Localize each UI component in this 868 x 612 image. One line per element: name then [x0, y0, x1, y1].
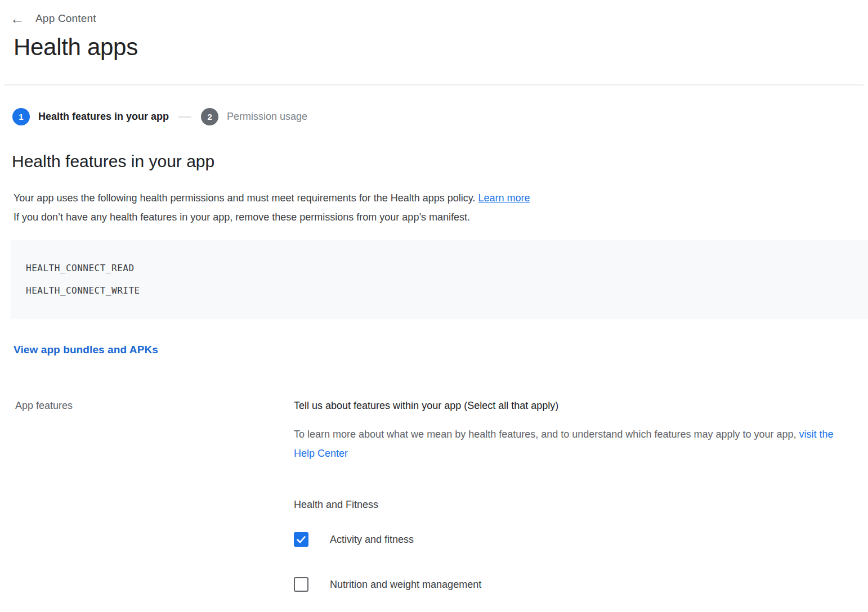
- step-2-circle: 2: [201, 108, 218, 125]
- back-arrow-icon[interactable]: ←: [10, 13, 25, 24]
- intro-line-2: If you don’t have any health features in…: [14, 212, 470, 223]
- stepper-step-permission-usage[interactable]: 2 Permission usage: [201, 108, 307, 125]
- checkbox-label: Activity and fitness: [330, 534, 414, 546]
- section-heading: Health features in your app: [12, 151, 868, 172]
- permission-item: HEALTH_CONNECT_WRITE: [26, 280, 868, 302]
- app-features-row: App features Tell us about features with…: [15, 399, 868, 592]
- header-divider: [4, 84, 863, 86]
- stepper-step-health-features[interactable]: 1 Health features in your app: [12, 108, 169, 125]
- intro-line-1: Your app uses the following health permi…: [14, 192, 475, 204]
- stepper: 1 Health features in your app 2 Permissi…: [12, 108, 868, 125]
- step-2-label: Permission usage: [227, 111, 307, 123]
- view-app-bundles-link[interactable]: View app bundles and APKs: [14, 344, 158, 356]
- checkmark-icon: [297, 536, 306, 543]
- help-text-body: To learn more about what we mean by heal…: [294, 429, 799, 440]
- features-question: Tell us about features within your app (…: [294, 399, 851, 412]
- checkbox-row-nutrition-and-weight-management[interactable]: Nutrition and weight management: [294, 577, 851, 592]
- breadcrumb-label[interactable]: App Content: [35, 12, 96, 25]
- checkbox-row-activity-and-fitness[interactable]: Activity and fitness: [294, 532, 851, 547]
- app-features-content: Tell us about features within your app (…: [294, 399, 851, 592]
- activity-and-fitness-checkbox[interactable]: [294, 532, 308, 547]
- features-help-text: To learn more about what we mean by heal…: [294, 425, 851, 463]
- page-title: Health apps: [14, 34, 868, 61]
- page: ← App Content Health apps 1 Health featu…: [0, 0, 868, 592]
- health-and-fitness-group-label: Health and Fitness: [294, 499, 851, 511]
- learn-more-link[interactable]: Learn more: [478, 192, 530, 204]
- intro-paragraph: Your app uses the following health permi…: [14, 188, 745, 227]
- nutrition-and-weight-management-checkbox[interactable]: [294, 577, 308, 592]
- step-1-label: Health features in your app: [38, 111, 169, 123]
- step-1-circle: 1: [12, 108, 30, 125]
- breadcrumb: ← App Content: [0, 0, 868, 25]
- permissions-code-box: HEALTH_CONNECT_READ HEALTH_CONNECT_WRITE: [11, 240, 868, 319]
- permission-item: HEALTH_CONNECT_READ: [26, 257, 868, 280]
- checkbox-label: Nutrition and weight management: [330, 579, 481, 591]
- app-features-label: App features: [15, 399, 294, 592]
- stepper-connector: [178, 116, 191, 118]
